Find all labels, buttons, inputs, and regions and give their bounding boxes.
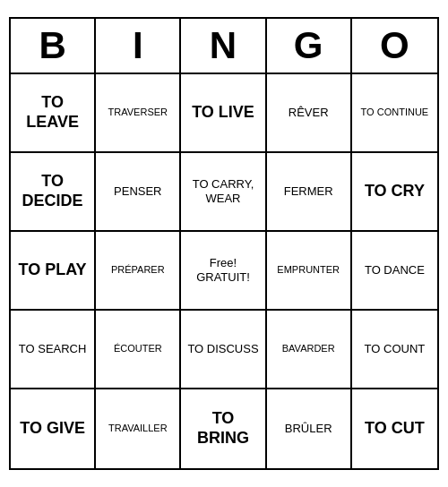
bingo-cell-24: TO CUT: [352, 389, 437, 468]
bingo-cell-19: TO COUNT: [352, 311, 437, 389]
cell-text-11: PRÉPARER: [111, 264, 165, 276]
bingo-cell-9: TO CRY: [352, 153, 437, 232]
cell-text-0: TO LEAVE: [14, 93, 90, 132]
bingo-cell-18: BAVARDER: [267, 311, 352, 389]
bingo-letter-g: G: [267, 19, 352, 73]
cell-text-23: BRÛLER: [285, 422, 332, 436]
bingo-cell-23: BRÛLER: [267, 389, 352, 468]
bingo-cell-22: TO BRING: [181, 389, 266, 468]
bingo-cell-15: TO SEARCH: [11, 311, 96, 389]
bingo-letter-o: O: [352, 19, 437, 73]
cell-text-5: TO DECIDE: [14, 172, 90, 210]
cell-text-18: BAVARDER: [282, 343, 335, 355]
bingo-cell-16: ÉCOUTER: [96, 311, 181, 389]
cell-text-16: ÉCOUTER: [114, 343, 162, 355]
bingo-cell-6: PENSER: [96, 153, 181, 232]
bingo-cell-21: TRAVAILLER: [96, 389, 181, 468]
cell-text-12: Free! GRATUIT!: [196, 256, 250, 284]
bingo-cell-10: TO PLAY: [11, 232, 96, 311]
cell-text-7: TO CARRY, WEAR: [185, 177, 261, 205]
bingo-cell-7: TO CARRY, WEAR: [181, 153, 266, 232]
cell-text-17: TO DISCUSS: [187, 342, 258, 356]
cell-text-1: TRAVERSER: [108, 107, 168, 118]
cell-text-8: FERMER: [284, 184, 333, 199]
bingo-cell-4: TO CONTINUE: [352, 74, 437, 153]
bingo-cell-3: RÊVER: [267, 74, 352, 153]
cell-text-21: TRAVAILLER: [108, 423, 168, 434]
bingo-cell-2: TO LIVE: [181, 74, 266, 153]
bingo-grid: TO LEAVETRAVERSERTO LIVERÊVERTO CONTINUE…: [11, 74, 437, 468]
cell-text-10: TO PLAY: [19, 261, 87, 280]
bingo-cell-12: Free! GRATUIT!: [181, 232, 266, 311]
cell-text-22: TO BRING: [185, 409, 261, 448]
cell-text-13: EMPRUNTER: [277, 264, 340, 276]
cell-text-24: TO CUT: [365, 419, 425, 439]
bingo-cell-0: TO LEAVE: [11, 74, 96, 153]
bingo-card: BINGO TO LEAVETRAVERSERTO LIVERÊVERTO CO…: [9, 17, 439, 470]
bingo-letter-n: N: [181, 19, 266, 73]
bingo-cell-20: TO GIVE: [11, 389, 96, 468]
cell-text-20: TO GIVE: [20, 419, 85, 439]
cell-text-2: TO LIVE: [192, 103, 254, 123]
bingo-header: BINGO: [11, 19, 437, 74]
cell-text-6: PENSER: [114, 184, 161, 199]
cell-text-3: RÊVER: [289, 106, 329, 120]
bingo-letter-i: I: [96, 19, 181, 73]
cell-text-4: TO CONTINUE: [361, 107, 429, 118]
bingo-cell-5: TO DECIDE: [11, 153, 96, 232]
cell-text-14: TO DANCE: [365, 263, 425, 278]
bingo-cell-17: TO DISCUSS: [181, 311, 266, 389]
bingo-cell-13: EMPRUNTER: [267, 232, 352, 311]
bingo-letter-b: B: [11, 19, 96, 73]
bingo-cell-11: PRÉPARER: [96, 232, 181, 311]
cell-text-15: TO SEARCH: [19, 342, 87, 356]
cell-text-19: TO COUNT: [365, 342, 426, 356]
bingo-cell-8: FERMER: [267, 153, 352, 232]
bingo-cell-1: TRAVERSER: [96, 74, 181, 153]
bingo-cell-14: TO DANCE: [352, 232, 437, 311]
cell-text-9: TO CRY: [365, 182, 425, 201]
